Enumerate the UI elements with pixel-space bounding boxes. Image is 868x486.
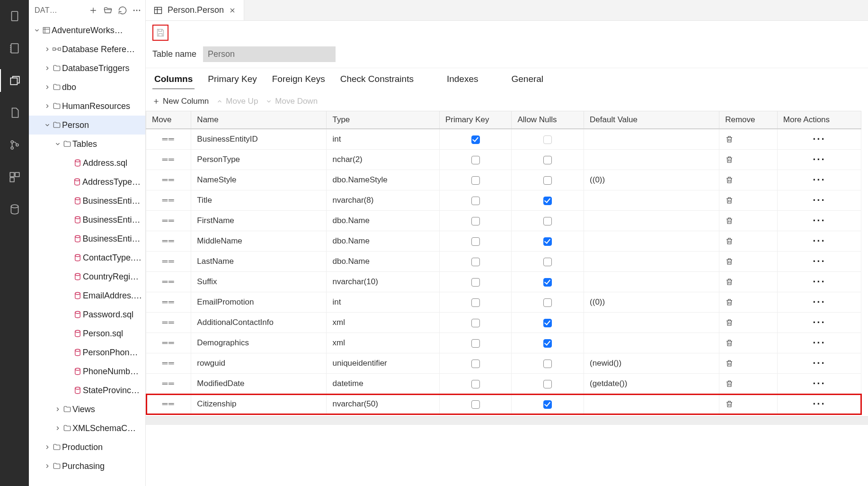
- table-row[interactable]: ══MiddleNamedbo.Name···: [146, 231, 861, 252]
- tree-item[interactable]: CountryRegi…: [29, 267, 145, 286]
- more-actions-icon[interactable]: ···: [813, 194, 825, 206]
- more-actions-icon[interactable]: ···: [813, 133, 825, 145]
- tab-primary-key[interactable]: Primary Key: [206, 74, 258, 89]
- cell-default[interactable]: [584, 272, 719, 292]
- checkbox[interactable]: [543, 380, 552, 388]
- checkbox[interactable]: [543, 258, 552, 266]
- table-row[interactable]: ══EmailPromotionint((0))···: [146, 292, 861, 313]
- chevron-right-icon[interactable]: [43, 463, 52, 469]
- tree-item[interactable]: Password.sql: [29, 305, 145, 324]
- checkbox[interactable]: [543, 319, 552, 327]
- checkbox[interactable]: [471, 380, 480, 388]
- cell-default[interactable]: (getdate()): [584, 374, 719, 394]
- tree-item[interactable]: Views: [29, 400, 145, 419]
- chevron-right-icon[interactable]: [43, 444, 52, 450]
- tree-item[interactable]: ContactType.…: [29, 248, 145, 267]
- cell-default[interactable]: [584, 333, 719, 353]
- tree-item[interactable]: BusinessEntit…: [29, 229, 145, 248]
- tree-item[interactable]: PersonPhone…: [29, 343, 145, 362]
- table-name-input[interactable]: [203, 46, 336, 62]
- open-folder-icon[interactable]: [103, 6, 113, 15]
- cell-name[interactable]: AdditionalContactInfo: [191, 313, 327, 333]
- chevron-right-icon[interactable]: [53, 406, 62, 413]
- table-row[interactable]: ══PersonTypenchar(2)···: [146, 150, 861, 170]
- new-column-button[interactable]: New Column: [152, 97, 209, 106]
- checkbox[interactable]: [543, 197, 552, 205]
- cell-name[interactable]: Demographics: [191, 333, 327, 353]
- chevron-down-icon[interactable]: [53, 141, 62, 147]
- drag-handle-icon[interactable]: ══: [162, 400, 175, 408]
- delete-icon[interactable]: [725, 318, 771, 327]
- close-icon[interactable]: [229, 7, 236, 14]
- cell-type[interactable]: uniqueidentifier: [327, 353, 439, 374]
- cell-name[interactable]: rowguid: [191, 353, 327, 374]
- table-row[interactable]: ══BusinessEntityIDint···: [146, 129, 861, 150]
- ellipsis-icon[interactable]: [132, 6, 142, 15]
- cell-name[interactable]: BusinessEntityID: [191, 129, 327, 150]
- checkbox[interactable]: [471, 319, 480, 327]
- checkbox[interactable]: [543, 339, 552, 348]
- page-icon[interactable]: [0, 101, 29, 124]
- more-actions-icon[interactable]: ···: [813, 357, 825, 369]
- tree-item[interactable]: Person: [29, 116, 145, 135]
- table-row[interactable]: ══NameStyledbo.NameStyle((0))···: [146, 170, 861, 190]
- checkbox[interactable]: [471, 156, 480, 164]
- checkbox[interactable]: [543, 237, 552, 246]
- cell-default[interactable]: [584, 150, 719, 170]
- cell-name[interactable]: FirstName: [191, 211, 327, 231]
- drag-handle-icon[interactable]: ══: [162, 135, 175, 143]
- tab-foreign-keys[interactable]: Foreign Keys: [270, 74, 327, 89]
- move-up-button[interactable]: Move Up: [216, 97, 258, 106]
- more-actions-icon[interactable]: ···: [813, 276, 825, 288]
- delete-icon[interactable]: [725, 339, 771, 347]
- delete-icon[interactable]: [725, 237, 771, 245]
- cell-default[interactable]: ((0)): [584, 170, 719, 190]
- tree-item[interactable]: Database Refere…: [29, 40, 145, 59]
- cell-name[interactable]: ModifiedDate: [191, 374, 327, 394]
- more-actions-icon[interactable]: ···: [813, 296, 825, 308]
- more-actions-icon[interactable]: ···: [813, 316, 825, 328]
- cell-type[interactable]: int: [327, 292, 439, 313]
- cell-name[interactable]: MiddleName: [191, 231, 327, 252]
- tree-item[interactable]: DatabaseTriggers: [29, 59, 145, 78]
- cell-type[interactable]: dbo.Name: [327, 231, 439, 252]
- stacked-icon[interactable]: [0, 69, 29, 92]
- cell-name[interactable]: LastName: [191, 252, 327, 272]
- table-row[interactable]: ══Titlenvarchar(8)···: [146, 190, 861, 211]
- cell-default[interactable]: [584, 129, 719, 150]
- tree-item[interactable]: StateProvinc…: [29, 381, 145, 400]
- table-row[interactable]: ══rowguiduniqueidentifier(newid())···: [146, 353, 861, 374]
- cell-type[interactable]: int: [327, 129, 439, 150]
- cell-type[interactable]: datetime: [327, 374, 439, 394]
- cell-name[interactable]: Citizenship: [191, 394, 327, 414]
- more-actions-icon[interactable]: ···: [813, 378, 825, 389]
- cell-type[interactable]: nchar(2): [327, 150, 439, 170]
- tree-item[interactable]: Person.sql: [29, 324, 145, 343]
- tree-item[interactable]: HumanResources: [29, 97, 145, 116]
- cell-type[interactable]: dbo.NameStyle: [327, 170, 439, 190]
- cell-type[interactable]: xml: [327, 333, 439, 353]
- plus-icon[interactable]: [89, 6, 98, 15]
- delete-icon[interactable]: [725, 278, 771, 286]
- delete-icon[interactable]: [725, 257, 771, 266]
- delete-icon[interactable]: [725, 298, 771, 306]
- cell-default[interactable]: ((0)): [584, 292, 719, 313]
- checkbox[interactable]: [543, 217, 552, 225]
- checkbox[interactable]: [543, 176, 552, 185]
- extensions-icon[interactable]: [0, 166, 29, 189]
- more-actions-icon[interactable]: ···: [813, 215, 825, 226]
- cell-default[interactable]: [584, 190, 719, 211]
- drag-handle-icon[interactable]: ══: [162, 155, 175, 163]
- source-control-icon[interactable]: [0, 134, 29, 156]
- checkbox[interactable]: [471, 176, 480, 185]
- checkbox[interactable]: [471, 339, 480, 348]
- move-down-button[interactable]: Move Down: [266, 97, 318, 106]
- checkbox[interactable]: [471, 258, 480, 266]
- tree-item[interactable]: XMLSchemaC…: [29, 419, 145, 438]
- drag-handle-icon[interactable]: ══: [162, 339, 175, 347]
- tab-indexes[interactable]: Indexes: [445, 74, 480, 89]
- cell-type[interactable]: nvarchar(50): [327, 394, 439, 414]
- tab-general[interactable]: General: [509, 74, 545, 89]
- tree-item[interactable]: PhoneNumb…: [29, 362, 145, 381]
- database-icon[interactable]: [0, 198, 29, 221]
